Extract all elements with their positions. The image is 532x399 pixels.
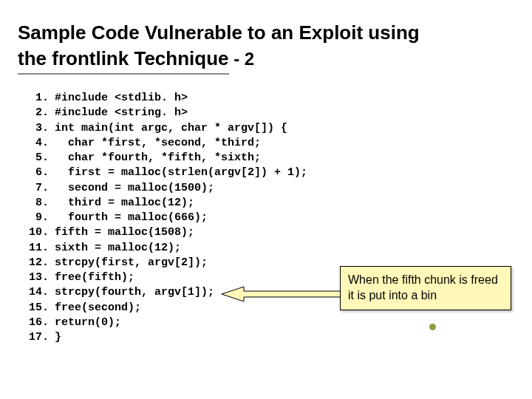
line-number: 7. — [18, 181, 55, 196]
code-line: 10.fifth = malloc(1508); — [18, 225, 514, 240]
code-text: fourth = malloc(666); — [55, 211, 208, 225]
code-line: 3.int main(int argc, char * argv[]) { — [18, 121, 514, 136]
code-line: 6. first = malloc(strlen(argv[2]) + 1); — [18, 166, 514, 180]
code-text: sixth = malloc(12); — [55, 241, 181, 256]
code-line: 16.return(0); — [18, 316, 514, 330]
code-line: 4. char *first, *second, *third; — [18, 136, 514, 151]
code-text: char *first, *second, *third; — [55, 136, 261, 151]
code-text: first = malloc(strlen(argv[2]) + 1); — [55, 166, 307, 180]
code-line: 7. second = malloc(1500); — [18, 181, 514, 196]
slide-title-suffix: - 2 — [229, 49, 255, 69]
code-text: char *fourth, *fifth, *sixth; — [55, 151, 261, 166]
svg-marker-0 — [222, 287, 351, 301]
line-number: 3. — [18, 121, 55, 136]
slide-title-line1: Sample Code Vulnerable to an Exploit usi… — [18, 21, 514, 45]
callout-box: When the fifth chunk is freed it is put … — [340, 266, 511, 310]
slide-title-underlined: the frontlink Technique — [18, 47, 229, 75]
line-number: 11. — [18, 241, 55, 256]
line-number: 5. — [18, 151, 55, 166]
callout-arrow — [222, 279, 355, 309]
line-number: 12. — [18, 256, 55, 270]
line-number: 10. — [18, 225, 55, 240]
line-number: 9. — [18, 211, 55, 225]
code-text: int main(int argc, char * argv[]) { — [55, 121, 287, 136]
code-text: #include <stdlib. h> — [55, 91, 188, 106]
code-text: third = malloc(12); — [55, 196, 194, 211]
line-number: 14. — [18, 285, 55, 300]
code-text: free(fifth); — [55, 270, 134, 285]
code-text: strcpy(fourth, argv[1]); — [55, 285, 214, 300]
line-number: 8. — [18, 196, 55, 211]
code-text: } — [55, 330, 61, 345]
code-line: 11.sixth = malloc(12); — [18, 241, 514, 256]
code-line: 2.#include <string. h> — [18, 106, 514, 120]
code-line: 1.#include <stdlib. h> — [18, 91, 514, 106]
line-number: 17. — [18, 330, 55, 345]
bullet-dot-icon — [429, 324, 436, 330]
code-line: 8. third = malloc(12); — [18, 196, 514, 211]
code-text: second = malloc(1500); — [55, 181, 214, 196]
code-line: 17.} — [18, 330, 514, 345]
code-text: fifth = malloc(1508); — [55, 225, 194, 240]
line-number: 13. — [18, 270, 55, 285]
code-text: #include <string. h> — [55, 106, 188, 120]
code-line: 9. fourth = malloc(666); — [18, 211, 514, 225]
line-number: 6. — [18, 166, 55, 180]
line-number: 4. — [18, 136, 55, 151]
code-text: free(second); — [55, 301, 141, 316]
slide-title-line2: the frontlink Technique - 2 — [18, 47, 514, 75]
line-number: 1. — [18, 91, 55, 106]
line-number: 16. — [18, 316, 55, 330]
line-number: 2. — [18, 106, 55, 120]
code-line: 5. char *fourth, *fifth, *sixth; — [18, 151, 514, 166]
code-text: return(0); — [55, 316, 121, 330]
code-text: strcpy(first, argv[2]); — [55, 256, 208, 270]
line-number: 15. — [18, 301, 55, 316]
